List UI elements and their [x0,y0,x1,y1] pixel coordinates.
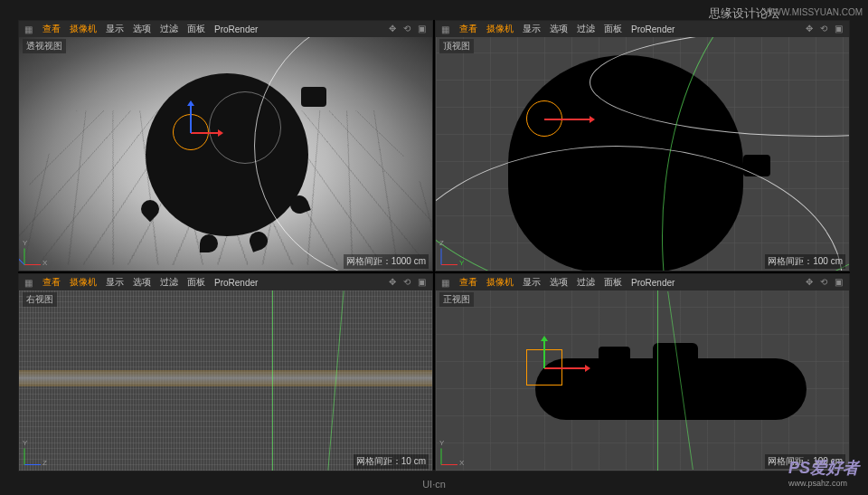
menu-options[interactable]: 选项 [550,23,568,35]
axis-indicator: Z Y [24,438,52,465]
axis-y-label: Y [439,439,444,447]
axis-z-label: Z [439,239,444,247]
axis-z [24,464,41,465]
menu-options[interactable]: 选项 [133,276,151,289]
menu-panel[interactable]: 面板 [604,23,622,35]
viewport-canvas[interactable]: Z Y [19,290,432,471]
menu-view[interactable]: 查看 [459,276,477,289]
menu-filter[interactable]: 过滤 [160,23,178,35]
axis-x-label: X [459,459,464,467]
axis-y [24,249,25,265]
menu-view[interactable]: 查看 [459,23,477,35]
menu-bar: ▦ 查看 摄像机 显示 选项 过滤 面板 ProRender ✥ ⟲ ▣ [436,21,849,37]
menu-bar: ▦ 查看 摄像机 显示 选项 过滤 面板 ProRender ✥ ⟲ ▣ [19,274,432,290]
menu-camera[interactable]: 摄像机 [486,23,514,35]
viewport-top[interactable]: ▦ 查看 摄像机 显示 选项 过滤 面板 ProRender ✥ ⟲ ▣ 顶视图 [435,20,850,271]
green-line [657,290,658,471]
watermark-url: WWW.MISSYUAN.COM [764,7,863,17]
move-icon[interactable]: ✥ [806,277,816,288]
axis-x-label: X [42,259,47,267]
grid-icon[interactable]: ▦ [439,277,450,288]
move-icon[interactable]: ✥ [389,24,400,34]
maximize-icon[interactable]: ▣ [835,277,845,288]
grid-icon[interactable]: ▦ [23,277,33,288]
viewport-front[interactable]: ▦ 查看 摄像机 显示 选项 过滤 面板 ProRender ✥ ⟲ ▣ 正视图 [435,273,850,471]
maximize-icon[interactable]: ▣ [418,277,429,288]
menu-options[interactable]: 选项 [133,23,151,35]
menu-prorender[interactable]: ProRender [631,278,675,288]
view-label: 右视图 [23,292,57,307]
menu-filter[interactable]: 过滤 [577,276,595,289]
menu-filter[interactable]: 过滤 [577,23,595,35]
axis-indicator: X Y [441,438,468,465]
view-label: 正视图 [439,292,474,307]
transform-gizmo[interactable] [517,340,571,395]
gizmo-z-axis[interactable] [190,106,192,133]
grid-icon[interactable]: ▦ [23,24,33,34]
axis-x [441,464,458,465]
rotate-icon[interactable]: ⟲ [403,24,414,34]
menu-bar: ▦ 查看 摄像机 显示 选项 过滤 面板 ProRender ✥ ⟲ ▣ [19,21,432,37]
gizmo-x-axis[interactable] [544,367,585,369]
gizmo-y-axis[interactable] [543,341,545,368]
menu-camera[interactable]: 摄像机 [70,276,97,289]
viewport-perspective[interactable]: ▦ 查看 摄像机 显示 选项 过滤 面板 ProRender ✥ ⟲ ▣ 透视视… [18,20,433,271]
menu-display[interactable]: 显示 [523,23,541,35]
viewport-canvas[interactable]: X Y [19,37,432,271]
viewport-canvas[interactable]: Y Z [436,37,849,271]
axis-indicator: X Y [24,238,52,265]
menu-prorender[interactable]: ProRender [214,24,258,34]
menu-display[interactable]: 显示 [523,276,541,289]
axis-indicator: Y Z [441,238,468,265]
watermark-psahz: PS爱好者 www.psahz.com [788,457,859,488]
menu-prorender[interactable]: ProRender [214,278,258,288]
viewport-right[interactable]: ▦ 查看 摄像机 显示 选项 过滤 面板 ProRender ✥ ⟲ ▣ 右视图… [18,273,433,471]
view-label: 顶视图 [439,39,474,53]
axis-y-label: Y [459,259,464,267]
rotate-icon[interactable]: ⟲ [820,24,831,34]
rotate-icon[interactable]: ⟲ [820,277,831,288]
wireframe-strip [19,370,432,386]
grid-spacing-status: 网格间距：100 cm [765,254,845,269]
menu-view[interactable]: 查看 [42,23,61,35]
green-line [272,290,273,471]
menu-display[interactable]: 显示 [106,23,124,35]
rotate-icon[interactable]: ⟲ [403,277,414,288]
axis-y-label: Y [23,239,27,247]
move-icon[interactable]: ✥ [389,277,400,288]
axis-y [24,448,25,464]
axis-x [24,264,41,265]
axis-y-label: Y [23,439,27,447]
axis-z [441,249,442,265]
menu-view[interactable]: 查看 [42,276,61,289]
view-label: 透视视图 [23,39,66,53]
menu-options[interactable]: 选项 [550,276,568,289]
watermark-uicn: UI·cn [422,479,446,490]
viewport-canvas[interactable]: X Y [436,290,849,471]
transform-gizmo[interactable] [517,91,571,146]
object-protrusion [599,347,630,359]
axis-x [441,264,458,265]
axis-y [441,448,442,464]
menu-filter[interactable]: 过滤 [160,276,178,289]
menu-panel[interactable]: 面板 [187,23,205,35]
grid-spacing-status: 网格间距：10 cm [354,454,429,469]
menu-display[interactable]: 显示 [106,276,124,289]
grid-spacing-status: 网格间距：1000 cm [344,254,429,269]
maximize-icon[interactable]: ▣ [835,24,845,34]
transform-gizmo[interactable] [164,105,218,159]
grid-icon[interactable]: ▦ [439,24,450,34]
gizmo-x-axis[interactable] [191,132,218,134]
gizmo-x-axis[interactable] [544,119,590,120]
maximize-icon[interactable]: ▣ [418,24,429,34]
menu-bar: ▦ 查看 摄像机 显示 选项 过滤 面板 ProRender ✥ ⟲ ▣ [436,274,849,290]
menu-camera[interactable]: 摄像机 [486,276,514,289]
axis-z-label: Z [42,459,47,467]
menu-panel[interactable]: 面板 [187,276,205,289]
menu-camera[interactable]: 摄像机 [70,23,97,35]
object-spike [200,234,218,252]
menu-panel[interactable]: 面板 [604,276,622,289]
menu-prorender[interactable]: ProRender [631,24,675,34]
wire-circle [209,91,281,164]
move-icon[interactable]: ✥ [806,24,816,34]
